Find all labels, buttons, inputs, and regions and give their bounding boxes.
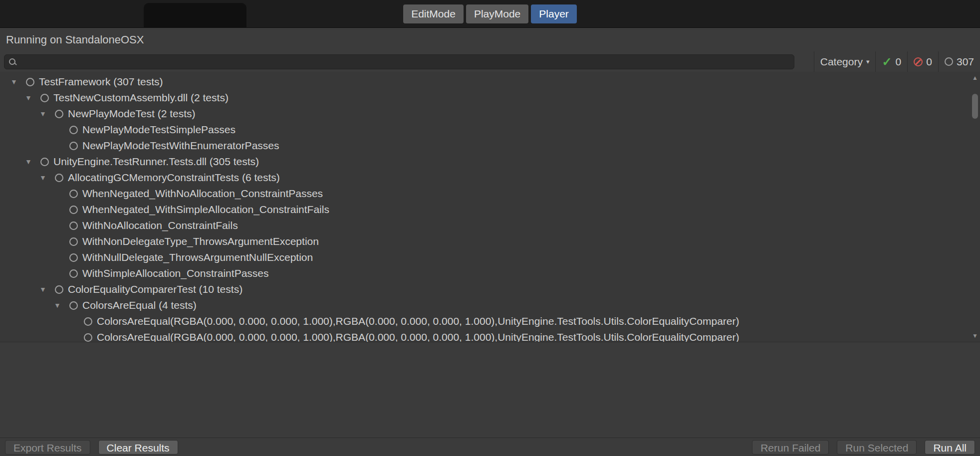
tree-row-label: UnityEngine.TestRunner.Tests.dll (305 te… [53, 156, 259, 168]
failed-icon [914, 57, 923, 66]
export-results-button[interactable]: Export Results [5, 440, 90, 455]
foldout-triangle-icon[interactable]: ▼ [35, 110, 51, 118]
notrun-filter-button[interactable]: 307 [938, 51, 980, 72]
tree-row-label: AllocatingGCMemoryConstraintTests (6 tes… [68, 172, 280, 184]
tree-row[interactable]: WithSimpleAllocation_ConstraintPasses [0, 265, 980, 281]
tree-row-label: ColorsAreEqual (4 tests) [82, 299, 197, 311]
passed-check-icon: ✓ [882, 56, 892, 68]
foldout-triangle-icon[interactable]: ▼ [49, 301, 65, 309]
test-status-not-run-icon [69, 301, 78, 310]
test-status-not-run-icon [69, 206, 78, 214]
tree-row[interactable]: NewPlayModeTestWithEnumeratorPasses [0, 138, 980, 154]
tree-row-label: WhenNegated_WithSimpleAllocation_Constra… [82, 204, 329, 216]
mode-tab-editmode[interactable]: EditMode [403, 4, 464, 23]
tree-row-label: ColorsAreEqual(RGBA(0.000, 0.000, 0.000,… [97, 315, 739, 327]
detail-pane [0, 342, 980, 438]
failed-filter-button[interactable]: 0 [907, 51, 938, 72]
tree-row-label: NewPlayModeTestWithEnumeratorPasses [82, 140, 279, 152]
tree-row[interactable]: WithNonDelegateType_ThrowsArgumentExcept… [0, 233, 980, 249]
status-text: Running on StandaloneOSX [6, 33, 144, 46]
tree-row-label: TestNewCustomAssembly.dll (2 tests) [53, 92, 229, 104]
passed-filter-button[interactable]: ✓ 0 [875, 51, 907, 72]
passed-count: 0 [896, 56, 902, 68]
filter-group: Category ▾ ✓ 0 0 307 [814, 51, 980, 72]
test-status-not-run-icon [69, 269, 78, 278]
status-row: Running on StandaloneOSX [0, 28, 980, 51]
test-status-not-run-icon [55, 285, 63, 294]
footer-right-buttons: Rerun FailedRun SelectedRun All [752, 440, 975, 455]
tree-row[interactable]: WhenNegated_WithSimpleAllocation_Constra… [0, 202, 980, 218]
run-selected-button[interactable]: Run Selected [837, 440, 917, 455]
footer-bar: Export ResultsClear Results Rerun Failed… [0, 438, 980, 456]
category-label: Category [820, 56, 863, 68]
tree-rows: ▼TestFramework (307 tests)▼TestNewCustom… [0, 72, 980, 342]
tree-row[interactable]: ▼NewPlayModeTest (2 tests) [0, 106, 980, 122]
test-status-not-run-icon [55, 174, 63, 182]
mode-tab-playmode[interactable]: PlayMode [466, 4, 528, 23]
test-status-not-run-icon [69, 142, 78, 150]
search-icon [8, 57, 17, 66]
test-status-not-run-icon [26, 78, 34, 86]
foldout-triangle-icon[interactable]: ▼ [20, 94, 36, 102]
tree-row-label: ColorsAreEqual(RGBA(0.000, 0.000, 0.000,… [97, 331, 739, 342]
tree-row-label: WithSimpleAllocation_ConstraintPasses [82, 267, 269, 279]
foldout-triangle-icon[interactable]: ▼ [20, 158, 36, 166]
window-titlebar: EditModePlayModePlayer [0, 0, 980, 28]
foldout-triangle-icon[interactable]: ▼ [35, 285, 51, 293]
tree-row[interactable]: ▼TestFramework (307 tests) [0, 74, 980, 90]
scrollbar-thumb[interactable] [972, 94, 978, 119]
vertical-scrollbar[interactable]: ▲ ▼ [970, 72, 980, 342]
tree-row-label: NewPlayModeTest (2 tests) [68, 108, 196, 120]
test-status-not-run-icon [69, 222, 78, 230]
test-status-not-run-icon [69, 253, 78, 262]
search-field[interactable] [4, 54, 794, 69]
tree-row[interactable]: ▼ColorsAreEqual (4 tests) [0, 297, 980, 313]
tree-row[interactable]: ▼AllocatingGCMemoryConstraintTests (6 te… [0, 170, 980, 186]
test-status-not-run-icon [69, 237, 78, 246]
test-status-not-run-icon [84, 333, 92, 342]
tree-row-label: WithNonDelegateType_ThrowsArgumentExcept… [82, 235, 319, 247]
scroll-up-icon[interactable]: ▲ [970, 73, 980, 83]
tree-row[interactable]: ColorsAreEqual(RGBA(0.000, 0.000, 0.000,… [0, 313, 980, 329]
mode-tab-player[interactable]: Player [531, 4, 577, 23]
run-all-button[interactable]: Run All [925, 440, 975, 455]
tree-row[interactable]: ColorsAreEqual(RGBA(0.000, 0.000, 0.000,… [0, 329, 980, 342]
footer-left-buttons: Export ResultsClear Results [5, 440, 178, 455]
tree-row-label: WhenNegated_WithNoAllocation_ConstraintP… [82, 188, 323, 200]
clear-results-button[interactable]: Clear Results [98, 440, 178, 455]
tree-row-label: WithNullDelegate_ThrowsArgumentNullExcep… [82, 251, 313, 263]
search-input[interactable] [17, 56, 794, 68]
test-status-not-run-icon [40, 94, 49, 102]
test-status-not-run-icon [40, 158, 49, 166]
scroll-down-icon[interactable]: ▼ [970, 331, 980, 341]
tree-row-label: TestFramework (307 tests) [39, 76, 163, 88]
rerun-failed-button[interactable]: Rerun Failed [752, 440, 829, 455]
test-status-not-run-icon [69, 190, 78, 198]
chevron-down-icon: ▾ [866, 58, 870, 65]
mode-tabs: EditModePlayModePlayer [0, 4, 980, 23]
test-status-not-run-icon [69, 126, 78, 134]
foldout-triangle-icon[interactable]: ▼ [6, 78, 22, 86]
tree-row[interactable]: ▼TestNewCustomAssembly.dll (2 tests) [0, 90, 980, 106]
not-run-circle-icon [945, 57, 953, 66]
test-status-not-run-icon [84, 317, 92, 326]
tree-row[interactable]: ▼UnityEngine.TestRunner.Tests.dll (305 t… [0, 154, 980, 170]
category-dropdown[interactable]: Category ▾ [814, 51, 876, 72]
foldout-triangle-icon[interactable]: ▼ [35, 174, 51, 182]
tree-row-label: ColorEqualityComparerTest (10 tests) [68, 283, 243, 295]
tree-row[interactable]: WithNoAllocation_ConstraintFails [0, 218, 980, 233]
tree-row[interactable]: NewPlayModeTestSimplePasses [0, 122, 980, 138]
test-status-not-run-icon [55, 110, 63, 118]
test-tree: ▼TestFramework (307 tests)▼TestNewCustom… [0, 72, 980, 342]
filter-toolbar: Category ▾ ✓ 0 0 307 [0, 51, 980, 72]
tree-row[interactable]: ▼ColorEqualityComparerTest (10 tests) [0, 281, 980, 297]
tree-row[interactable]: WithNullDelegate_ThrowsArgumentNullExcep… [0, 249, 980, 265]
tree-row-label: WithNoAllocation_ConstraintFails [82, 220, 238, 231]
tree-row-label: NewPlayModeTestSimplePasses [82, 124, 236, 136]
failed-count: 0 [926, 56, 932, 68]
tree-row[interactable]: WhenNegated_WithNoAllocation_ConstraintP… [0, 186, 980, 202]
not-run-count: 307 [957, 56, 974, 68]
